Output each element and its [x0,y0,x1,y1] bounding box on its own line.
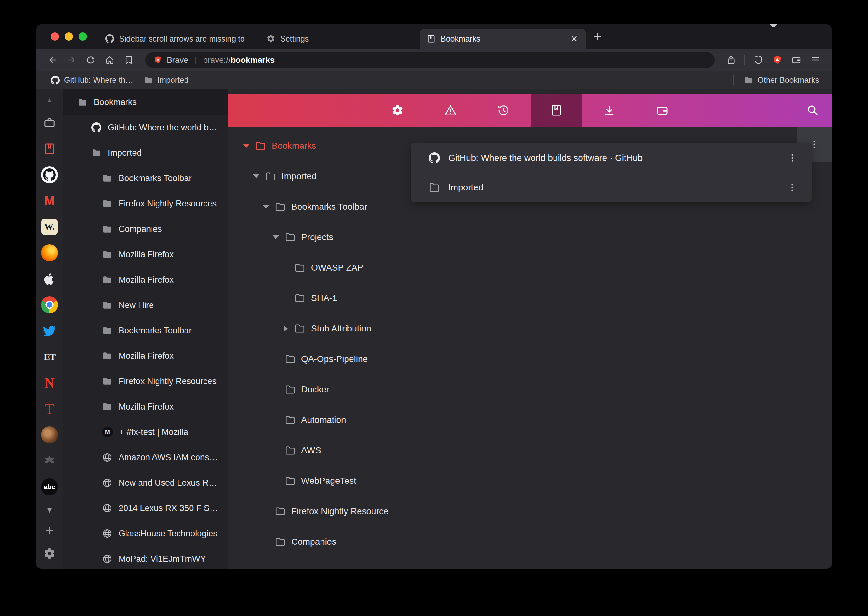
list-item-imported[interactable]: Imported [411,173,812,202]
menu-button[interactable] [807,52,824,68]
expand-arrow-icon[interactable] [271,233,280,242]
tree-item-imported[interactable]: Imported [228,161,418,192]
rail-item-gmail[interactable]: M [36,188,63,214]
side-panel-item[interactable]: Bookmarks Toolbar [63,318,228,343]
bookmarks-bar-item-imported[interactable]: Imported [141,75,192,85]
item-menu-button[interactable] [787,182,797,193]
home-button[interactable] [102,52,118,68]
rail-item-apple[interactable] [36,266,63,292]
side-panel-root-bookmarks[interactable]: Bookmarks [63,90,228,115]
tree-item-sha-1[interactable]: SHA-1 [228,283,418,313]
settings-tab-icon[interactable] [391,104,404,117]
tree-item-qa-ops-pipeline[interactable]: QA-Ops-Pipeline [228,344,418,374]
rail-item-nbc[interactable] [36,448,63,474]
brave-rewards-button[interactable] [769,52,786,68]
side-panel-label: Mozilla Firefox [119,275,174,285]
rail-item-github[interactable] [36,162,63,188]
side-panel-item[interactable]: New and Used Lexus R… [63,470,228,495]
bookmark-page-button[interactable] [121,52,137,68]
bookmarks-tab-icon[interactable] [550,104,563,117]
side-panel-item[interactable]: M + #fx-test | Mozilla [63,420,228,445]
rail-item-abc[interactable]: abc [36,474,63,500]
side-panel-item[interactable]: MoPad: Vi1EJmTmWY [63,546,228,569]
side-panel-item[interactable]: New Hire [63,292,228,318]
side-panel-item[interactable]: GitHub: Where the world b… [63,115,228,140]
back-button[interactable] [44,52,61,68]
rail-item-wikipedia[interactable]: W. [36,214,63,240]
side-panel-item[interactable]: Imported [63,140,228,166]
rail-item-twitter[interactable] [36,318,63,344]
rail-item-chrome[interactable] [36,292,63,318]
tree-label: Docker [301,385,329,394]
other-bookmarks-button[interactable]: Other Bookmarks [741,75,823,85]
rail-item-spiral[interactable] [36,422,63,448]
expand-arrow-icon[interactable] [262,203,270,211]
tab-github-issue[interactable]: Sidebar scroll arrows are missing to [98,28,259,49]
side-panel-item[interactable]: Amazon AWS IAM cons… [63,445,228,470]
forward-button[interactable] [63,52,80,68]
rail-item-times[interactable]: T [36,396,63,422]
downloads-tab-icon[interactable] [603,104,616,117]
tree-item-projects[interactable]: Projects [228,222,418,253]
reload-button[interactable] [82,52,99,68]
tab-settings[interactable]: Settings [259,28,420,49]
expand-arrow-icon[interactable] [242,141,251,150]
tab-bookmarks[interactable]: Bookmarks [420,28,586,49]
bookmarks-bar-item-github[interactable]: GitHub: Where th… [47,75,136,85]
side-panel-label: Imported [108,148,142,158]
tree-item-companies[interactable]: Companies [228,526,418,557]
manager-header-icons [228,94,832,127]
history-tab-icon[interactable] [497,104,510,117]
list-item-github[interactable]: GitHub: Where the world builds software … [411,143,812,173]
side-panel-item[interactable]: Mozilla Firefox [63,242,228,267]
side-panel-item[interactable]: Firefox Nightly Resources [63,369,228,394]
rail-scroll-up[interactable]: ▴ [36,90,63,110]
bookmark-label: Imported [157,75,189,85]
item-menu-button[interactable] [787,152,797,163]
folder-icon [285,415,296,425]
tab-strip: Sidebar scroll arrows are missing to Set… [36,24,832,49]
side-panel-item[interactable]: Mozilla Firefox [63,343,228,369]
tab-search-button[interactable] [726,24,832,49]
rail-item-nyt[interactable]: N [36,370,63,396]
side-panel-item[interactable]: Companies [63,216,228,242]
tree-item-docker[interactable]: Docker [228,374,418,405]
tree-item-bookmarks-toolbar[interactable]: Bookmarks Toolbar [228,192,418,222]
rail-item-et[interactable]: ET [36,344,63,370]
rail-item-bookmarks[interactable] [36,136,63,162]
side-panel-item[interactable]: Mozilla Firefox [63,267,228,292]
side-panel-item[interactable]: Mozilla Firefox [63,394,228,420]
collapsed-arrow-icon[interactable] [281,324,290,333]
rail-item-briefcase[interactable] [36,110,63,136]
rail-scroll-down[interactable]: ▾ [36,500,63,520]
tree-item-webpagetest[interactable]: WebPageTest [228,466,418,496]
rail-item-firefox[interactable] [36,240,63,266]
side-panel-item[interactable]: Firefox Nightly Resources [63,191,228,216]
search-icon[interactable] [806,104,819,116]
alerts-tab-icon[interactable] [444,104,457,117]
close-window-button[interactable] [51,32,59,41]
wallet-tab-icon[interactable] [656,104,669,117]
rail-settings-button[interactable] [36,541,63,567]
wallet-button[interactable] [788,52,805,68]
folder-icon [744,76,753,85]
side-panel-item[interactable]: 2014 Lexus RX 350 F S… [63,495,228,521]
shields-button[interactable] [750,52,766,68]
rail-add-button[interactable]: + [36,520,63,541]
tree-item-automation[interactable]: Automation [228,405,418,435]
zoom-window-button[interactable] [78,32,87,41]
close-tab-button[interactable] [569,34,579,44]
toolbar-divider [744,55,745,65]
tree-item-stub-attribution[interactable]: Stub Attribution [228,313,418,344]
tree-item-bookmarks[interactable]: Bookmarks [228,131,418,161]
new-tab-button[interactable]: + [586,29,602,49]
share-button[interactable] [723,52,739,68]
expand-arrow-icon[interactable] [252,172,261,181]
side-panel-item[interactable]: Bookmarks Toolbar [63,166,228,191]
side-panel-item[interactable]: GlassHouse Technologies [63,521,228,546]
address-bar[interactable]: Brave | brave://bookmarks [145,52,714,68]
minimize-window-button[interactable] [65,32,73,41]
tree-item-firefox-nightly-resource[interactable]: Firefox Nightly Resource [228,496,418,526]
tree-item-owasp-zap[interactable]: OWASP ZAP [228,253,418,283]
tree-item-aws[interactable]: AWS [228,435,418,466]
